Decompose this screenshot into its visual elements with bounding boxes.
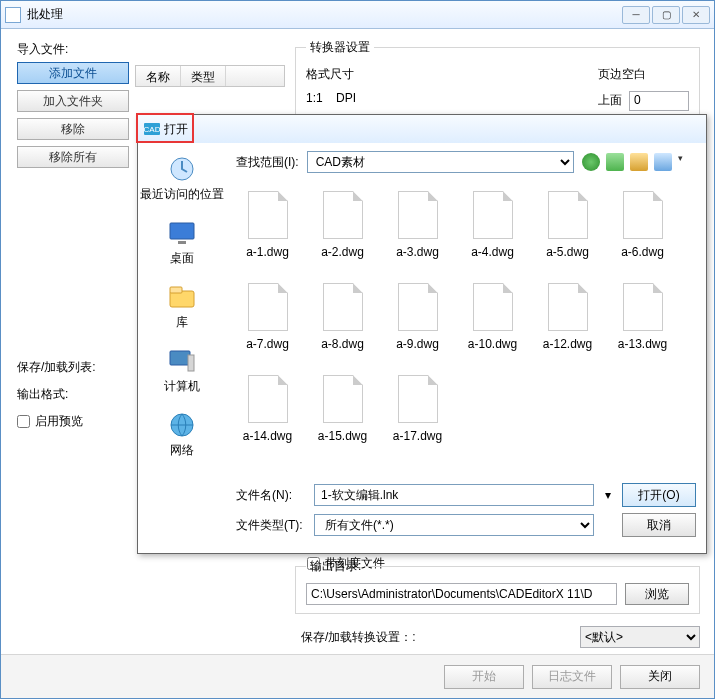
svg-rect-4 [170, 287, 182, 293]
output-dir-input[interactable] [306, 583, 617, 605]
browse-button[interactable]: 浏览 [625, 583, 689, 605]
file-item[interactable]: a-7.dwg [230, 275, 305, 367]
lookup-label: 查找范围(I): [236, 154, 299, 171]
file-item[interactable]: a-17.dwg [380, 367, 455, 459]
library-icon [166, 281, 198, 313]
file-name-label: a-14.dwg [243, 429, 292, 443]
file-item[interactable]: a-14.dwg [230, 367, 305, 459]
ratio-label: 1:1 [306, 91, 323, 105]
converter-legend: 转换器设置 [306, 39, 374, 56]
dpi-label: DPI [336, 91, 356, 105]
network-icon [166, 409, 198, 441]
format-size-label: 格式尺寸 [306, 66, 356, 83]
saveload-conv-row: 保存/加载转换设置：: <默认> [295, 626, 700, 648]
open-dialog-titlebar: CAD 打开 [138, 115, 706, 143]
file-list-header: 名称 类型 [135, 65, 285, 87]
titlebar: 批处理 ─ ▢ ✕ [1, 1, 714, 29]
col-name[interactable]: 名称 [136, 66, 181, 86]
back-icon[interactable] [582, 153, 600, 171]
file-icon [473, 283, 513, 331]
filename-input[interactable] [314, 484, 594, 506]
file-name-label: a-1.dwg [246, 245, 289, 259]
output-dir-legend: 输出目录: [306, 558, 365, 575]
saveload-conv-label: 保存/加载转换设置：: [301, 629, 416, 646]
file-item[interactable]: a-12.dwg [530, 275, 605, 367]
recent-icon [166, 153, 198, 185]
file-controls: 文件名(N): ▾ 打开(O) 文件类型(T): 所有文件(*.*) 取消 [226, 477, 706, 553]
top-label: 上面 [598, 93, 622, 107]
chevron-down-icon[interactable]: ▾ [602, 488, 614, 502]
remove-all-button[interactable]: 移除所有 [17, 146, 129, 168]
svg-rect-5 [170, 351, 190, 365]
file-item[interactable]: a-4.dwg [455, 183, 530, 275]
file-item[interactable]: a-15.dwg [305, 367, 380, 459]
file-item[interactable]: a-10.dwg [455, 275, 530, 367]
add-folder-button[interactable]: 加入文件夹 [17, 90, 129, 112]
file-item[interactable]: a-1.dwg [230, 183, 305, 275]
log-button[interactable]: 日志文件 [532, 665, 612, 689]
file-item[interactable]: a-13.dwg [605, 275, 680, 367]
batch-window: 批处理 ─ ▢ ✕ 导入文件: 添加文件 加入文件夹 移除 移除所有 名称 类型… [0, 0, 715, 699]
page-margin-label: 页边空白 [598, 66, 689, 83]
file-name-label: a-9.dwg [396, 337, 439, 351]
close-button[interactable]: ✕ [682, 6, 710, 24]
saveload-list-label: 保存/加载列表: [17, 359, 137, 376]
cad-icon: CAD [144, 123, 160, 135]
file-name-label: a-5.dwg [546, 245, 589, 259]
maximize-button[interactable]: ▢ [652, 6, 680, 24]
file-item[interactable]: a-2.dwg [305, 183, 380, 275]
svg-rect-1 [170, 223, 194, 239]
file-icon [323, 191, 363, 239]
place-network[interactable]: 网络 [140, 403, 224, 463]
file-item[interactable]: a-3.dwg [380, 183, 455, 275]
open-dialog-title: 打开 [164, 121, 188, 138]
desktop-icon [166, 217, 198, 249]
lookup-select[interactable]: CAD素材 [307, 151, 574, 173]
computer-icon [166, 345, 198, 377]
file-name-label: a-8.dwg [321, 337, 364, 351]
views-icon[interactable] [654, 153, 672, 171]
file-name-label: a-4.dwg [471, 245, 514, 259]
file-icon [248, 283, 288, 331]
window-buttons: ─ ▢ ✕ [622, 6, 710, 24]
chevron-down-icon[interactable]: ▾ [678, 153, 696, 171]
file-item[interactable]: a-6.dwg [605, 183, 680, 275]
toolbar-icons: ▾ [582, 153, 696, 171]
file-icon [398, 191, 438, 239]
remove-button[interactable]: 移除 [17, 118, 129, 140]
file-name-label: a-10.dwg [468, 337, 517, 351]
file-grid[interactable]: a-1.dwga-2.dwga-3.dwga-4.dwga-5.dwga-6.d… [226, 177, 706, 477]
new-folder-icon[interactable] [630, 153, 648, 171]
place-desktop[interactable]: 桌面 [140, 211, 224, 271]
file-name-label: a-15.dwg [318, 429, 367, 443]
bottom-area: 输出目录: 浏览 保存/加载转换设置：: <默认> [295, 558, 700, 648]
add-file-button[interactable]: 添加文件 [17, 62, 129, 84]
saveload-conv-select[interactable]: <默认> [580, 626, 700, 648]
margin-top-input[interactable]: 0 [629, 91, 689, 111]
place-computer[interactable]: 计算机 [140, 339, 224, 399]
up-icon[interactable] [606, 153, 624, 171]
file-item[interactable]: a-9.dwg [380, 275, 455, 367]
converter-settings: 转换器设置 格式尺寸 1:1 DPI 页边空白 上面 0 [295, 39, 700, 122]
minimize-button[interactable]: ─ [622, 6, 650, 24]
place-library[interactable]: 库 [140, 275, 224, 335]
file-item[interactable]: a-8.dwg [305, 275, 380, 367]
filetype-select[interactable]: 所有文件(*.*) [314, 514, 594, 536]
enable-preview-input[interactable] [17, 415, 30, 428]
files-area: 查找范围(I): CAD素材 ▾ a-1.dwga-2.dwga-3.dwga-… [226, 143, 706, 553]
cancel-button[interactable]: 取消 [622, 513, 696, 537]
file-name-label: a-6.dwg [621, 245, 664, 259]
file-name-label: a-13.dwg [618, 337, 667, 351]
left-column: 导入文件: 添加文件 加入文件夹 移除 移除所有 [17, 41, 129, 174]
close-batch-button[interactable]: 关闭 [620, 665, 700, 689]
import-label: 导入文件: [17, 41, 129, 58]
enable-preview-checkbox[interactable]: 启用预览 [17, 413, 137, 430]
open-button[interactable]: 打开(O) [622, 483, 696, 507]
file-item[interactable]: a-5.dwg [530, 183, 605, 275]
lookup-row: 查找范围(I): CAD素材 ▾ [226, 143, 706, 177]
window-title: 批处理 [27, 6, 622, 23]
start-button[interactable]: 开始 [444, 665, 524, 689]
place-recent[interactable]: 最近访问的位置 [140, 147, 224, 207]
file-icon [548, 191, 588, 239]
col-type[interactable]: 类型 [181, 66, 226, 86]
